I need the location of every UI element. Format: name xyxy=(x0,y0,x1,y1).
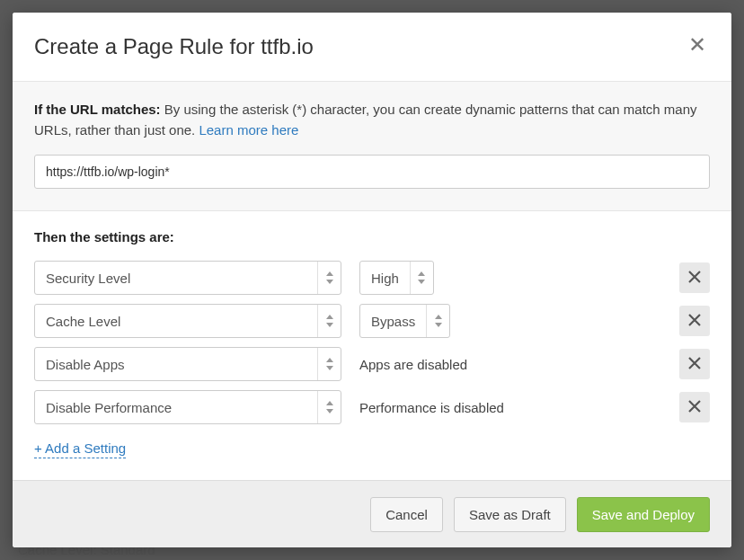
url-match-help: If the URL matches: By using the asteris… xyxy=(34,100,710,140)
add-setting-link[interactable]: + Add a Setting xyxy=(34,440,126,458)
setting-name-select[interactable]: Cache Level xyxy=(34,304,341,338)
close-icon: ✕ xyxy=(688,32,706,57)
sort-arrows-icon[interactable] xyxy=(317,391,341,423)
url-match-label: If the URL matches: xyxy=(34,102,161,117)
settings-heading: Then the settings are: xyxy=(34,229,710,244)
sort-arrows-icon[interactable] xyxy=(317,348,341,380)
setting-row: Cache LevelBypass xyxy=(34,304,710,338)
modal-header: Create a Page Rule for ttfb.io ✕ xyxy=(13,13,731,81)
setting-row: Security LevelHigh xyxy=(34,261,710,295)
close-icon xyxy=(688,312,701,331)
select-label: Security Level xyxy=(35,271,317,286)
close-icon xyxy=(688,398,701,417)
select-label: Bypass xyxy=(360,314,426,329)
url-match-section: If the URL matches: By using the asteris… xyxy=(13,81,731,210)
setting-row: Disable AppsApps are disabled xyxy=(34,347,710,381)
close-icon xyxy=(688,269,701,288)
sort-arrows-icon[interactable] xyxy=(426,305,449,337)
remove-setting-button[interactable] xyxy=(679,392,710,422)
setting-name-select[interactable]: Disable Apps xyxy=(34,347,341,381)
select-label: Disable Performance xyxy=(35,400,317,415)
select-label: Disable Apps xyxy=(35,357,317,372)
url-pattern-input[interactable] xyxy=(34,155,710,189)
page-rule-modal: Create a Page Rule for ttfb.io ✕ If the … xyxy=(13,13,731,547)
remove-setting-button[interactable] xyxy=(679,262,710,293)
cancel-button[interactable]: Cancel xyxy=(370,497,443,532)
sort-arrows-icon[interactable] xyxy=(410,262,433,294)
select-label: Cache Level xyxy=(35,314,317,329)
setting-name-select[interactable]: Disable Performance xyxy=(34,390,341,424)
setting-name-select[interactable]: Security Level xyxy=(34,261,341,295)
setting-value-select[interactable]: High xyxy=(359,261,434,295)
sort-arrows-icon[interactable] xyxy=(317,262,341,294)
sort-arrows-icon[interactable] xyxy=(317,305,341,337)
setting-value-select[interactable]: Bypass xyxy=(359,304,450,338)
setting-static-text: Apps are disabled xyxy=(359,357,467,372)
setting-static-text: Performance is disabled xyxy=(359,400,504,415)
remove-setting-button[interactable] xyxy=(679,349,710,379)
save-draft-button[interactable]: Save as Draft xyxy=(454,497,566,532)
setting-row: Disable PerformancePerformance is disabl… xyxy=(34,390,710,424)
settings-section: Then the settings are: Security LevelHig… xyxy=(13,210,731,480)
settings-rows: Security LevelHighCache LevelBypassDisab… xyxy=(34,261,710,424)
close-icon xyxy=(688,355,701,374)
remove-setting-button[interactable] xyxy=(679,306,710,336)
save-deploy-button[interactable]: Save and Deploy xyxy=(577,497,710,532)
select-label: High xyxy=(360,271,410,286)
modal-title: Create a Page Rule for ttfb.io xyxy=(34,34,314,59)
modal-footer: Cancel Save as Draft Save and Deploy xyxy=(13,480,731,547)
learn-more-link[interactable]: Learn more here xyxy=(199,122,298,138)
close-button[interactable]: ✕ xyxy=(685,34,710,56)
